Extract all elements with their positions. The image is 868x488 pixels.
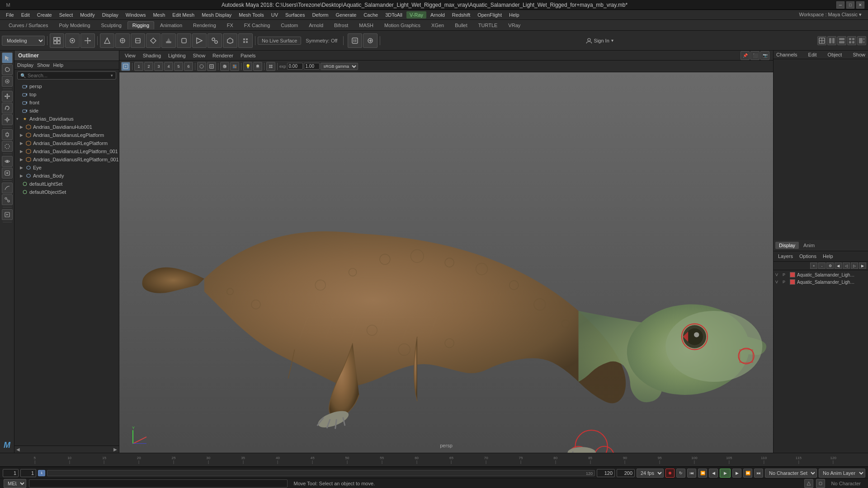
vp-renderer-btn[interactable] [121,62,130,71]
step-forward-btn[interactable]: ⏩ [743,469,752,478]
menu-edit-mesh[interactable]: Edit Mesh [169,11,198,19]
vp-shadow-btn[interactable] [253,62,262,71]
snap-btn-1[interactable] [100,33,114,48]
exposure-input[interactable] [287,63,303,70]
shelf-tab-poly-modeling[interactable]: Poly Modeling [54,21,95,29]
tree-item-andrias[interactable]: ▾ ★ Andrias_Davidianus [14,115,119,123]
vp-wireframe-btn[interactable] [207,62,216,71]
vp-camera-btn[interactable]: 📷 [760,51,769,60]
isolate-btn[interactable] [2,168,13,178]
menu-openflight[interactable]: OpenFlight [474,11,505,19]
vp-grid-btn[interactable] [266,62,275,71]
step-back-btn[interactable]: ⏪ [698,469,707,478]
layer-nav-1[interactable]: ◀ [835,263,842,269]
next-frame-btn[interactable]: ▶ [732,469,741,478]
move-tool-btn[interactable] [2,91,13,102]
frame-start-input[interactable] [20,469,36,477]
shelf-tab-rigging[interactable]: Rigging [127,21,154,29]
tree-item-legplatform[interactable]: ▶ Andrias_DavidianusLegPlatform [14,131,119,139]
tree-item-side[interactable]: side [14,107,119,115]
sign-in-dropdown[interactable]: ▾ [611,38,613,43]
restore-button[interactable]: □ [846,1,854,9]
vp-view-1[interactable]: 1 [134,62,143,71]
vp-xray-btn[interactable] [197,62,206,71]
layer-color-swatch[interactable] [790,279,795,285]
layer-item-1[interactable]: V P Aquatic_Salamander_Light_We [774,271,868,278]
select-tool-btn[interactable] [2,52,13,63]
layers-tab[interactable]: Layers [776,253,795,260]
menu-mesh[interactable]: Mesh [150,11,168,19]
outliner-scroll-left[interactable]: ◀ [16,447,20,452]
shelf-tab-sculpting[interactable]: Sculpting [96,21,127,29]
layer-delete-btn[interactable]: - [818,263,826,269]
shelf-tab-fx-caching[interactable]: FX Caching [239,21,275,29]
workspace-dropdown-arrow[interactable]: ▾ [859,12,862,17]
lasso-tool-btn[interactable] [2,64,13,75]
layer-v-toggle[interactable]: V [775,280,781,284]
shelf-tab-xgen[interactable]: XGen [426,21,449,29]
layout-icon-5[interactable] [857,36,866,45]
command-input[interactable] [29,479,288,488]
edit-tab[interactable]: Edit [808,52,817,57]
tree-item-llegplatform001[interactable]: ▶ Andrias_DavidianusLLegPlatform_001 [14,147,119,155]
search-dropdown-icon[interactable]: ▾ [111,73,113,78]
menu-3dtoall[interactable]: 3DToAll [382,11,406,19]
rotate-tool-btn[interactable] [2,103,13,113]
menu-deform[interactable]: Deform [309,11,331,19]
paint-select-btn[interactable] [2,76,13,87]
outliner-menu-display[interactable]: Display [17,62,33,68]
minimize-button[interactable]: ─ [836,1,844,9]
vp-view-2[interactable]: 2 [144,62,153,71]
layer-v-toggle[interactable]: V [775,272,781,277]
go-start-btn[interactable]: ⏮ [687,469,696,478]
shelf-tab-arnold[interactable]: Arnold [304,21,328,29]
autokey-btn[interactable] [665,469,675,478]
layer-opts-btn[interactable]: ⚙ [826,263,834,269]
layout-icon-1[interactable] [817,36,826,45]
toggle-snap-btn[interactable] [65,33,80,48]
vp-menu-panels[interactable]: Panels [239,52,258,59]
go-end-btn[interactable]: ⏭ [754,469,763,478]
fps-select[interactable]: 24 fps 30 fps [637,469,664,478]
vp-view-6[interactable]: 6 [184,62,193,71]
tree-item-top[interactable]: top [14,90,119,99]
object-tab[interactable]: Object [828,52,842,57]
layer-nav-4[interactable]: ▶ [859,263,866,269]
tree-item-eye[interactable]: ▶ Eye [14,164,119,172]
menu-vray[interactable]: V-Ray [406,11,426,19]
scale-tool-btn[interactable] [2,114,13,125]
render-btn[interactable] [2,209,13,220]
anim-layer-select[interactable]: No Anim Layer [819,469,865,478]
menu-uv[interactable]: UV [268,11,281,19]
shelf-tab-mash[interactable]: MASH [354,21,378,29]
layer-new-btn[interactable]: + [810,263,817,269]
show-hide-btn[interactable] [2,156,13,167]
live-surface-dropdown[interactable]: No Live Surface [258,37,301,45]
close-button[interactable]: ✕ [856,1,864,9]
vp-menu-renderer[interactable]: Renderer [211,52,235,59]
snap-btn-6[interactable] [177,33,191,48]
shelf-tab-bifrost[interactable]: Bifrost [329,21,353,29]
vp-menu-view[interactable]: View [123,52,137,59]
snap-btn-10[interactable] [238,33,253,48]
display-tab[interactable]: Display [775,242,799,249]
tree-item-rlegplatform001[interactable]: ▶ Andrias_DavidianusRLegPlatform_001 [14,155,119,164]
menu-mesh-display[interactable]: Mesh Display [198,11,235,19]
anim-tab[interactable]: Anim [800,242,818,249]
snap-btn-5[interactable] [161,33,176,48]
menu-generate[interactable]: Generate [332,11,359,19]
symmetry-dropdown[interactable]: Symmetry: Off [302,37,341,44]
snap-btn-8[interactable] [208,33,222,48]
tree-item-hub001[interactable]: ▶ Andrias_DavidianuHub001 [14,123,119,131]
tree-item-persp[interactable]: persp [14,82,119,90]
vp-expand-btn[interactable]: ⬛ [750,51,760,60]
vp-view-4[interactable]: 4 [164,62,173,71]
shelf-tab-curves-surfaces[interactable]: Curves / Surfaces [4,21,53,29]
current-frame-input[interactable] [3,469,19,477]
status-icon-2[interactable] [816,479,825,488]
layer-p-toggle[interactable]: P [783,280,788,284]
outliner-menu-help[interactable]: Help [53,62,64,68]
shelf-tab-motion-graphics[interactable]: Motion Graphics [379,21,425,29]
channels-tab[interactable]: Channels [776,52,797,57]
loop-btn[interactable]: ↻ [676,469,685,478]
